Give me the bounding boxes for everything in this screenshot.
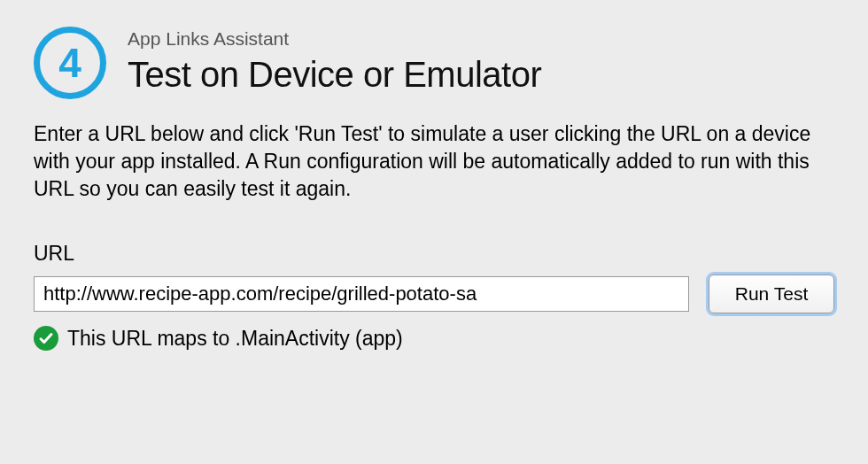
url-label: URL	[34, 242, 834, 266]
wizard-title: Test on Device or Emulator	[128, 55, 541, 95]
status-text: This URL maps to .MainActivity (app)	[67, 327, 403, 351]
step-indicator: 4	[34, 27, 106, 99]
wizard-subtitle: App Links Assistant	[128, 28, 541, 50]
url-input[interactable]	[34, 276, 689, 312]
checkmark-icon	[34, 326, 58, 351]
wizard-header: 4 App Links Assistant Test on Device or …	[34, 25, 834, 99]
status-row: This URL maps to .MainActivity (app)	[34, 326, 834, 351]
run-test-button[interactable]: Run Test	[709, 275, 834, 313]
step-number: 4	[58, 43, 81, 83]
url-section: URL Run Test	[34, 242, 834, 313]
wizard-description: Enter a URL below and click 'Run Test' t…	[34, 120, 834, 203]
url-input-row: Run Test	[34, 275, 834, 313]
header-text-block: App Links Assistant Test on Device or Em…	[128, 25, 541, 95]
